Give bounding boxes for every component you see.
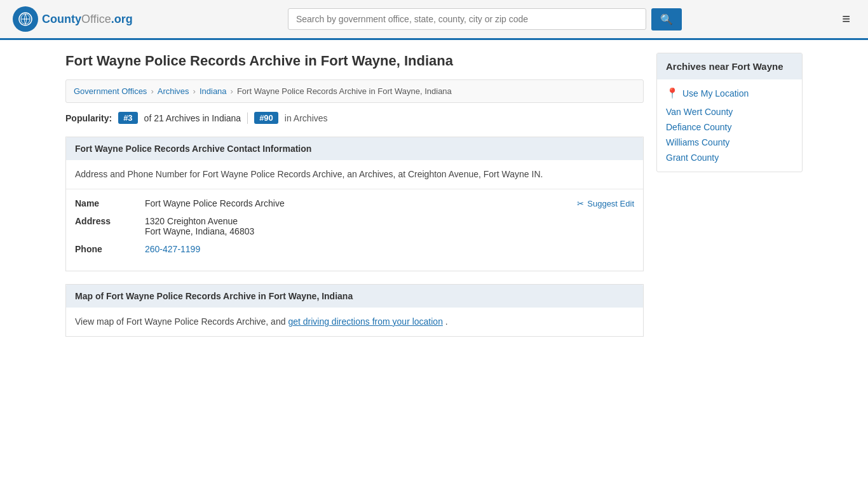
suggest-edit-button[interactable]: ✂ Suggest Edit: [577, 199, 634, 208]
logo-icon: [13, 6, 38, 32]
search-button[interactable]: 🔍: [651, 8, 682, 30]
contact-address-row: Address 1320 Creighton Avenue Fort Wayne…: [75, 216, 634, 236]
sidebar-nearby-list: Van Wert County Defiance County Williams…: [657, 107, 802, 172]
contact-name-value: Fort Wayne Police Records Archive: [145, 198, 577, 208]
contact-phone-row: Phone 260-427-1199: [75, 244, 634, 254]
popularity-bar: Popularity: #3 of 21 Archives in Indiana…: [65, 112, 644, 124]
main-layout: Fort Wayne Police Records Archive in For…: [53, 40, 815, 362]
search-input[interactable]: [288, 8, 646, 30]
phone-link[interactable]: 260-427-1199: [145, 244, 200, 254]
map-description: View map of Fort Wayne Police Records Ar…: [66, 308, 643, 336]
menu-icon: ≡: [842, 11, 850, 27]
breadcrumb-item-archives[interactable]: Archives: [158, 86, 189, 96]
breadcrumb-item-gov-offices[interactable]: Government Offices: [74, 86, 147, 96]
suggest-edit-icon: ✂: [577, 199, 584, 208]
contact-section: Fort Wayne Police Records Archive Contac…: [65, 137, 644, 271]
breadcrumb-sep-1: ›: [151, 86, 153, 96]
map-section: Map of Fort Wayne Police Records Archive…: [65, 284, 644, 337]
sidebar-item-williams[interactable]: Williams County: [666, 137, 793, 147]
sidebar-location-row: 📍 Use My Location: [657, 79, 802, 107]
header: CountyOffice.org 🔍 ≡: [0, 0, 868, 40]
sidebar-box: Archives near Fort Wayne 📍 Use My Locati…: [656, 53, 803, 172]
sidebar-item-defiance[interactable]: Defiance County: [666, 122, 793, 132]
map-desc-after: .: [445, 316, 448, 327]
address-line1: 1320 Creighton Avenue: [145, 216, 634, 226]
contact-table: Name Fort Wayne Police Records Archive ✂…: [66, 189, 643, 271]
sidebar-title: Archives near Fort Wayne: [657, 53, 802, 79]
breadcrumb-item-indiana[interactable]: Indiana: [200, 86, 227, 96]
address-line2: Fort Wayne, Indiana, 46803: [145, 226, 634, 236]
breadcrumb-sep-3: ›: [231, 86, 233, 96]
popularity-rank: #3: [118, 112, 137, 124]
contact-name-label: Name: [75, 198, 145, 208]
contact-address-value: 1320 Creighton Avenue Fort Wayne, Indian…: [145, 216, 634, 236]
contact-description: Address and Phone Number for Fort Wayne …: [66, 160, 643, 189]
location-pin-icon: 📍: [666, 87, 679, 99]
page-title: Fort Wayne Police Records Archive in For…: [65, 53, 644, 69]
logo: CountyOffice.org: [13, 6, 133, 32]
contact-section-header: Fort Wayne Police Records Archive Contac…: [66, 137, 643, 160]
contact-phone-value: 260-427-1199: [145, 244, 634, 254]
map-section-header: Map of Fort Wayne Police Records Archive…: [66, 285, 643, 308]
logo-text: CountyOffice.org: [42, 13, 133, 26]
popularity-rank2-context: in Archives: [285, 113, 328, 123]
breadcrumb: Government Offices › Archives › Indiana …: [65, 79, 644, 103]
sidebar: Archives near Fort Wayne 📍 Use My Locati…: [656, 53, 803, 349]
search-area: 🔍: [288, 8, 682, 30]
use-my-location-link[interactable]: Use My Location: [682, 88, 749, 98]
popularity-rank-context: of 21 Archives in Indiana: [144, 113, 241, 123]
sidebar-item-grant[interactable]: Grant County: [666, 152, 793, 163]
breadcrumb-current: Fort Wayne Police Records Archive in For…: [237, 86, 452, 96]
menu-button[interactable]: ≡: [837, 8, 855, 30]
contact-address-label: Address: [75, 216, 145, 226]
suggest-edit-label: Suggest Edit: [587, 199, 634, 208]
driving-directions-link[interactable]: get driving directions from your locatio…: [288, 316, 443, 327]
breadcrumb-sep-2: ›: [193, 86, 196, 96]
contact-name-row: Name Fort Wayne Police Records Archive ✂…: [75, 198, 634, 208]
popularity-rank2: #90: [254, 112, 278, 124]
main-content: Fort Wayne Police Records Archive in For…: [65, 53, 644, 349]
popularity-label: Popularity:: [65, 113, 112, 123]
sidebar-item-van-wert[interactable]: Van Wert County: [666, 107, 793, 117]
contact-phone-label: Phone: [75, 244, 145, 254]
search-icon: 🔍: [660, 14, 673, 25]
map-desc-before: View map of Fort Wayne Police Records Ar…: [75, 316, 288, 327]
popularity-divider: [247, 112, 248, 124]
